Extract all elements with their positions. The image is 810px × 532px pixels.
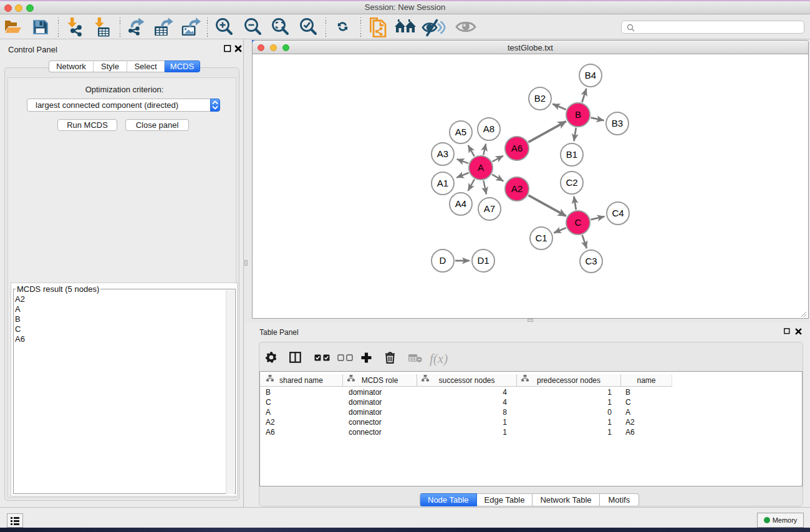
svg-text:B3: B3 <box>612 118 623 128</box>
svg-text:C2: C2 <box>566 177 577 188</box>
svg-text:A: A <box>478 162 484 173</box>
svg-text:B4: B4 <box>585 70 596 80</box>
svg-text:A7: A7 <box>484 203 495 214</box>
svg-text:A1: A1 <box>437 178 448 188</box>
svg-text:C1: C1 <box>535 233 547 243</box>
svg-text:A3: A3 <box>437 148 448 159</box>
svg-text:B1: B1 <box>566 149 577 160</box>
svg-text:D1: D1 <box>477 255 489 266</box>
svg-text:A5: A5 <box>455 127 466 137</box>
svg-text:A4: A4 <box>455 198 466 209</box>
svg-text:A2: A2 <box>511 183 523 194</box>
svg-text:C4: C4 <box>612 208 624 218</box>
svg-text:C: C <box>575 217 582 228</box>
svg-text:A8: A8 <box>483 123 494 134</box>
svg-text:C3: C3 <box>585 256 597 266</box>
svg-text:D: D <box>440 255 446 266</box>
svg-text:B: B <box>575 109 581 120</box>
svg-text:B2: B2 <box>534 93 546 104</box>
svg-text:A6: A6 <box>511 143 523 153</box>
